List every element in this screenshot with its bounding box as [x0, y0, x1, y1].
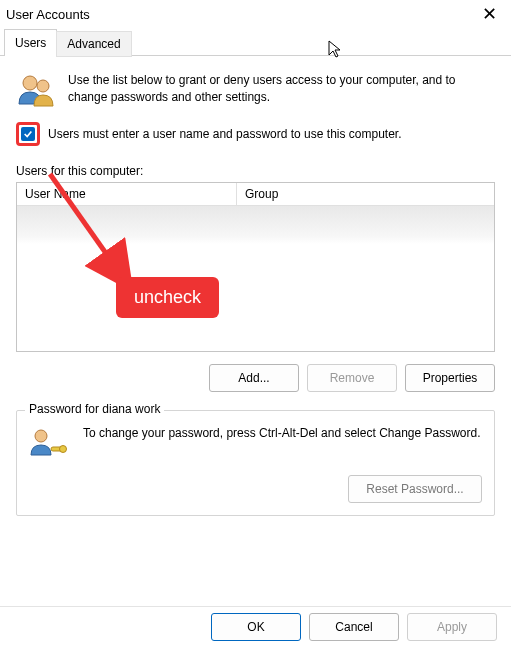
checkbox-highlight [16, 122, 40, 146]
reset-password-button[interactable]: Reset Password... [348, 475, 482, 503]
svg-point-0 [23, 76, 37, 90]
password-text: To change your password, press Ctrl-Alt-… [83, 425, 481, 461]
cancel-button[interactable]: Cancel [309, 613, 399, 641]
svg-point-1 [37, 80, 49, 92]
user-list-label: Users for this computer: [16, 164, 495, 178]
users-icon [16, 70, 56, 110]
tab-advanced[interactable]: Advanced [56, 31, 131, 57]
svg-point-4 [60, 446, 67, 453]
key-icon [29, 425, 69, 461]
password-group-title: Password for diana work [25, 402, 164, 416]
ok-button[interactable]: OK [211, 613, 301, 641]
column-username[interactable]: User Name [17, 183, 237, 205]
remove-button[interactable]: Remove [307, 364, 397, 392]
tab-strip: Users Advanced [0, 28, 511, 56]
tab-users[interactable]: Users [4, 29, 57, 56]
window-title: User Accounts [6, 7, 90, 22]
list-item[interactable] [17, 206, 494, 244]
require-login-label: Users must enter a user name and passwor… [48, 127, 402, 141]
column-group[interactable]: Group [237, 183, 494, 205]
add-button[interactable]: Add... [209, 364, 299, 392]
user-list[interactable]: User Name Group [16, 182, 495, 352]
close-icon[interactable]: ✕ [475, 6, 503, 22]
svg-point-2 [35, 430, 47, 442]
properties-button[interactable]: Properties [405, 364, 495, 392]
require-login-checkbox[interactable] [21, 127, 35, 141]
separator [0, 606, 511, 607]
intro-text: Use the list below to grant or deny user… [68, 70, 495, 110]
apply-button[interactable]: Apply [407, 613, 497, 641]
list-header: User Name Group [17, 183, 494, 206]
password-groupbox: Password for diana work To change your p… [16, 410, 495, 516]
